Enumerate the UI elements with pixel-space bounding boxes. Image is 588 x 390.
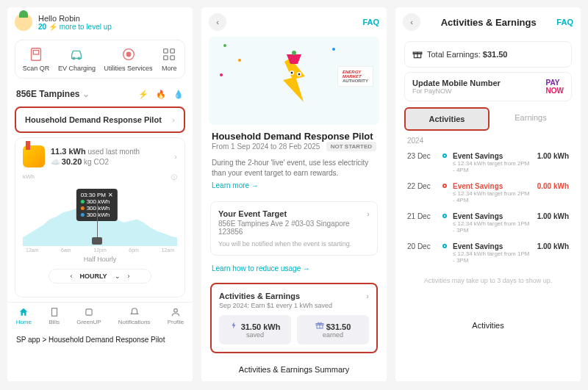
activity-row[interactable]: 23 Dec Event Savings≤ 12.34 kWh target f… xyxy=(395,148,581,178)
tab-bills[interactable]: Bills xyxy=(49,307,60,325)
target-address: 856E Tampines Ave 2 #03-03 Singapore 123… xyxy=(218,220,370,236)
svg-point-19 xyxy=(298,73,301,76)
year-label: 2024 xyxy=(395,131,581,148)
mobile-subtitle: For PayNOW xyxy=(412,87,501,95)
quick-more[interactable]: More xyxy=(161,46,177,72)
activity-row[interactable]: 20 Dec Event Savings≤ 12.34 kWh target f… xyxy=(395,238,581,268)
tab-notifications[interactable]: Notifications xyxy=(118,307,151,325)
celebration-icon xyxy=(23,145,45,167)
status-dot xyxy=(442,154,447,158)
chart-scrubber[interactable] xyxy=(92,237,102,245)
level-points: 20 xyxy=(38,23,46,31)
chevron-down-icon: ⌄ xyxy=(82,89,90,99)
status-dot xyxy=(442,244,447,248)
bottom-tabbar: Home Bills GreenUP Notifications Profile xyxy=(7,302,193,328)
status-dot xyxy=(442,214,447,218)
svg-point-5 xyxy=(126,52,131,57)
water-icon[interactable]: 💧 xyxy=(173,90,184,99)
gift-icon xyxy=(315,321,324,330)
more-icon xyxy=(161,46,177,62)
chevron-right-icon: › xyxy=(366,292,369,300)
chevron-right-icon[interactable]: › xyxy=(128,272,130,280)
svg-rect-11 xyxy=(86,309,92,315)
svg-rect-10 xyxy=(51,308,57,317)
scan-qr-icon xyxy=(28,46,44,62)
quick-ev-charging[interactable]: EV Charging xyxy=(58,46,96,72)
stat-earned: $31.50 earned xyxy=(297,315,369,344)
bolt-icon xyxy=(230,321,239,330)
svg-rect-8 xyxy=(164,56,168,60)
stat-saved: 31.50 kWh saved xyxy=(219,315,291,344)
target-heading: Your Event Target xyxy=(218,209,287,218)
tab-greenup[interactable]: GreenUP xyxy=(76,307,101,325)
greeting-row: Hello Robin 20 ⚡ more to level up xyxy=(7,7,193,37)
tab-profile[interactable]: Profile xyxy=(168,307,184,325)
info-icon[interactable]: ⓘ xyxy=(171,173,177,181)
faq-link[interactable]: FAQ xyxy=(362,18,379,26)
svg-rect-1 xyxy=(33,51,38,55)
co2-value: 30.20 xyxy=(62,157,82,166)
svg-rect-7 xyxy=(171,49,175,54)
tab-activities[interactable]: Activities xyxy=(404,107,490,131)
back-button[interactable]: ‹ xyxy=(209,13,226,31)
footer-note: Activities may take up to 3 days to show… xyxy=(395,277,581,284)
svg-point-12 xyxy=(174,308,178,312)
usage-chart[interactable]: 03:30 PM✕ 300 kWh 300 kWh 300 kWh xyxy=(23,187,177,246)
target-note: You will be notified when the event is s… xyxy=(218,240,370,248)
svg-point-15 xyxy=(292,51,296,55)
ev-charging-icon xyxy=(68,46,85,62)
usage-card[interactable]: 11.3 kWh used last month ☁️ 30.20 kg CO2… xyxy=(15,137,185,297)
chevron-right-icon: › xyxy=(174,152,177,161)
caption: Activities xyxy=(395,314,581,337)
phone-pilot-detail: ‹ FAQ ENERGYMARKETAUTHORITY Household De… xyxy=(201,7,387,381)
caption: SP app > Household Demand Response Pilot xyxy=(7,328,193,351)
user-name: Robin xyxy=(59,14,80,23)
chevron-left-icon[interactable]: ‹ xyxy=(70,272,72,280)
pilot-card[interactable]: Household Demand Response Pilot › xyxy=(15,106,185,133)
update-mobile-row[interactable]: Update Mobile Number For PayNOW PAYNOW xyxy=(404,72,572,101)
ae-heading: Activities & Earnings xyxy=(219,292,300,300)
ae-subtext: Sep 2024: Earn $1 every 1 kWh saved xyxy=(219,302,369,309)
caption: Activities & Earnings Summary xyxy=(201,358,387,381)
svg-rect-9 xyxy=(171,56,175,60)
electricity-icon[interactable]: ⚡ xyxy=(138,90,148,99)
status-dot xyxy=(442,184,447,188)
learn-more-link[interactable]: Learn more → xyxy=(212,181,259,189)
quick-actions: Scan QR EV Charging Utilities Services M… xyxy=(15,40,185,79)
pilot-title: Household Demand Response Pilot xyxy=(25,115,162,124)
avatar[interactable] xyxy=(15,13,32,31)
activities-earnings-card[interactable]: Activities & Earnings› Sep 2024: Earn $1… xyxy=(210,283,378,353)
svg-rect-6 xyxy=(164,49,168,54)
chevron-right-icon: › xyxy=(172,115,175,124)
time-selector[interactable]: ‹ HOURLY ⌄ › xyxy=(49,269,151,284)
event-target-card[interactable]: Your Event Target› 856E Tampines Ave 2 #… xyxy=(210,201,378,256)
gas-icon[interactable]: 🔥 xyxy=(156,90,166,99)
y-axis-label: kWh xyxy=(23,173,35,181)
level-text[interactable]: more to level up xyxy=(60,23,112,31)
phone-activities: ‹ Activities & Earnings FAQ Total Earnin… xyxy=(395,7,581,381)
back-button[interactable]: ‹ xyxy=(403,13,420,31)
chevron-right-icon: › xyxy=(367,209,370,218)
chart-resolution-label: Half Hourly xyxy=(23,256,177,263)
total-earnings-value: $31.50 xyxy=(483,50,508,59)
address-selector[interactable]: 856E Tampines ⌄ xyxy=(16,89,90,99)
date-range: From 1 Sep 2024 to 28 Feb 2025 xyxy=(212,142,320,151)
pilot-heading: Household Demand Response Pilot xyxy=(212,131,376,142)
quick-utilities[interactable]: Utilities Services xyxy=(104,46,153,72)
greeting-prefix: Hello xyxy=(38,14,57,23)
utilities-icon xyxy=(121,46,137,62)
tab-earnings[interactable]: Earnings xyxy=(490,107,572,131)
activity-row[interactable]: 21 Dec Event Savings≤ 12.34 kWh target f… xyxy=(395,208,581,238)
activities-earnings-tabs: Activities Earnings xyxy=(404,107,572,131)
pilot-description: During the 2-hour 'live' event, use less… xyxy=(212,158,376,178)
page-title: Activities & Earnings xyxy=(441,17,537,28)
total-earnings-card: Total Earnings: $31.50 xyxy=(404,41,572,68)
tab-home[interactable]: Home xyxy=(16,307,32,325)
activity-row[interactable]: 22 Dec Event Savings≤ 12.34 kWh target f… xyxy=(395,178,581,208)
reduce-usage-link[interactable]: Learn how to reduce usage → xyxy=(212,264,310,272)
gift-icon xyxy=(412,49,423,59)
quick-scan-qr[interactable]: Scan QR xyxy=(23,46,50,72)
status-badge: NOT STARTED xyxy=(326,142,376,151)
usage-value: 11.3 kWh xyxy=(51,147,86,156)
faq-link[interactable]: FAQ xyxy=(556,18,573,26)
